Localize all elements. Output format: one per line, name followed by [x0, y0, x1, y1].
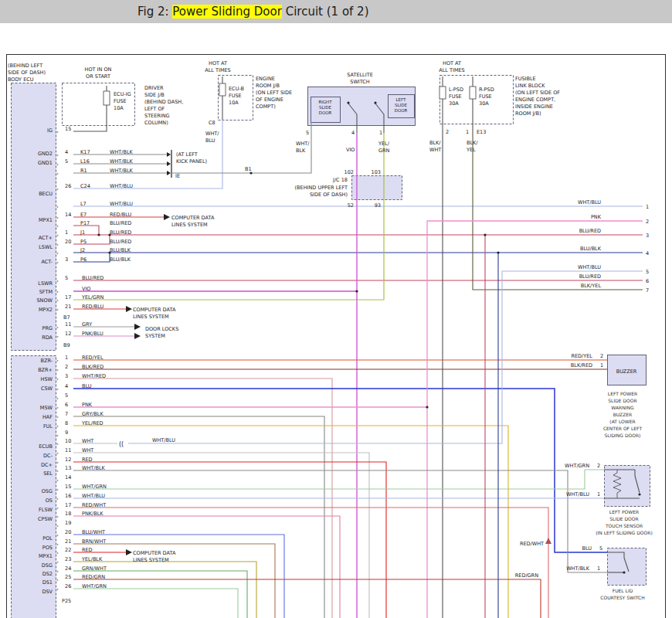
pin-label: HAF — [42, 414, 53, 420]
fuse-symbol — [440, 87, 446, 99]
pin-label: LSWL — [39, 244, 53, 250]
pin-label: MSW — [40, 405, 53, 411]
pin-label: MPX2 — [39, 307, 53, 313]
pin-connector-icon: › — [56, 204, 59, 210]
pin-number: 26 — [65, 583, 71, 589]
label: LINK BLOCK — [515, 83, 545, 89]
label: WHT/ — [205, 131, 219, 137]
pin-connector-icon: › — [56, 161, 59, 168]
label: ROOM J/B) — [515, 110, 541, 117]
wire-color-label: GRY — [82, 321, 92, 328]
pin-number: 14 — [65, 212, 71, 218]
pin-number: 18 — [65, 511, 71, 517]
label: (BEHIND DASH, — [144, 99, 183, 105]
pin-number: 3 — [65, 256, 68, 263]
wire-code: J2 — [80, 247, 85, 253]
pin-connector-icon: › — [56, 586, 59, 593]
pin-connector-icon: › — [56, 477, 59, 484]
label: RED/GRN — [515, 572, 538, 579]
pin-connector-icon: › — [56, 468, 59, 474]
pin-connector-icon: › — [56, 441, 59, 447]
label: 5 — [646, 269, 649, 275]
label: P25 — [62, 598, 71, 604]
wire-color-label: BLU/RED — [110, 220, 131, 226]
label: ENGINE — [256, 76, 275, 82]
pin-label: OS — [46, 497, 53, 504]
label: COMPUTER DATA — [171, 215, 215, 221]
pin-number: 2 — [65, 364, 68, 370]
label: BLU/BLK — [580, 246, 602, 252]
label: BLK — [296, 148, 306, 154]
wire-color-label: WHT/GRN — [82, 583, 107, 589]
label: 1 — [466, 129, 469, 135]
wire-color-label: WHT/GRN — [82, 484, 107, 490]
pin-number: 17 — [65, 294, 71, 301]
pin-number: 15 — [65, 484, 71, 490]
pin-number: 11 — [65, 321, 71, 328]
label: 1 — [600, 362, 603, 368]
pin-connector-icon: › — [56, 242, 59, 248]
wire-color-label: PNK/BLU — [82, 331, 104, 337]
label: 3 — [646, 233, 649, 239]
pin-connector-icon: › — [56, 487, 59, 493]
label: LEFT POWER — [609, 509, 639, 514]
pin-connector-icon: › — [56, 324, 59, 331]
wire-color-label: WHT/BLK — [110, 149, 134, 155]
label: 1 — [597, 491, 600, 497]
wire-code: L16 — [80, 158, 90, 165]
wire-color-label: WHT — [82, 438, 93, 444]
label: COMPT) — [256, 104, 276, 110]
pin-label: DC- — [43, 453, 53, 459]
pin-connector-icon: › — [56, 505, 59, 511]
pin-number: 1 — [65, 355, 68, 361]
label: BLU — [205, 138, 216, 144]
junction-dot — [484, 233, 486, 236]
pin-number: 6 — [65, 402, 68, 408]
label: (AT LOWER — [609, 419, 635, 424]
wire-color-label: PNK/BLK — [82, 511, 104, 517]
label: 2 — [597, 463, 600, 469]
pin-number: 10 — [65, 438, 71, 444]
fuse-symbol — [104, 91, 110, 105]
pin-connector-icon: › — [56, 215, 59, 221]
label: L-PSD — [449, 87, 463, 93]
wire-code: E7 — [80, 212, 87, 218]
pin-label: SNOW — [36, 297, 53, 304]
wire-color-label: BLU/BLK — [110, 247, 131, 253]
pin-connector-icon: › — [56, 250, 59, 256]
pin-label: DSV — [42, 589, 53, 595]
label: B1 — [245, 166, 252, 172]
pin-number: 24 — [65, 565, 71, 572]
wire-color-label: YEL/BLK — [81, 556, 103, 562]
label: BLU/RED — [579, 228, 601, 234]
junction-jc18-box — [352, 176, 402, 200]
label: DOOR — [395, 108, 408, 113]
label: YEL — [466, 147, 476, 153]
label: 7 — [646, 287, 649, 294]
label: LEFT — [396, 97, 407, 102]
label: 4 — [646, 250, 649, 256]
wire-color-label: VIO — [82, 286, 90, 292]
wire-color-label: RED/BLU — [110, 212, 132, 218]
label: 93 — [375, 202, 381, 209]
wire-color-label: WHT/BLU — [82, 493, 105, 499]
label: DRIVER — [144, 85, 164, 91]
wire-code: J1 — [80, 229, 85, 236]
pin-connector-icon: › — [56, 423, 59, 430]
pin-connector-icon: › — [56, 358, 59, 364]
wire-color-label: BLK/RED — [82, 364, 104, 370]
pin-number: 5 — [65, 158, 68, 165]
wire-color-label: BRN/WHT — [82, 538, 106, 545]
pin-connector-icon: › — [56, 577, 59, 583]
pin-number: 20 — [65, 239, 71, 245]
wire-color-label: RED/BLU — [82, 304, 104, 310]
pin-connector-icon: › — [56, 542, 59, 548]
label: C8 — [209, 120, 216, 126]
wire-color-label: RED — [82, 547, 93, 553]
wire-color-label: WHT/BLK — [110, 168, 134, 174]
label: (BEHIND LEFT — [8, 63, 42, 69]
label: COURTESY SWITCH — [600, 595, 644, 600]
pin-connector-icon: › — [56, 514, 59, 520]
wire-color-label: YEL/GRN — [81, 294, 104, 301]
label: B7 — [63, 314, 70, 321]
